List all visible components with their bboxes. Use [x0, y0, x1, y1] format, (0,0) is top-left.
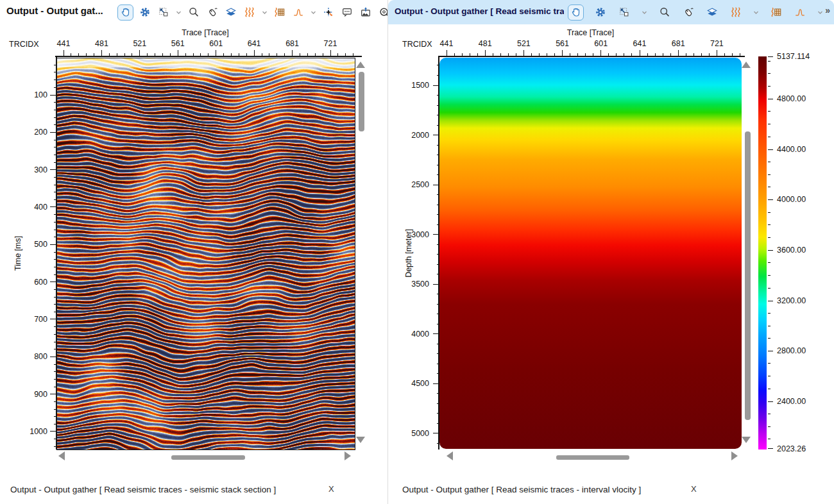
x-tick-label: 601: [587, 38, 615, 49]
x-tick-label: 681: [664, 38, 692, 49]
axis-tick: [50, 244, 56, 245]
axis-tick: [433, 433, 439, 433]
right-tab-close-button[interactable]: X: [691, 484, 697, 494]
select-resize-icon[interactable]: [157, 5, 171, 19]
left-toolbar: Output - Output gat...: [0, 0, 387, 24]
right-vscroll-down-arrow[interactable]: [742, 437, 751, 443]
y-tick-label: 4000: [392, 329, 429, 339]
right-viewer-pane: Output - Output gather [ Read seismic tr…: [388, 0, 834, 504]
axis-tick: [433, 85, 439, 86]
chevron-down-icon[interactable]: [175, 5, 182, 19]
chevron-down-icon[interactable]: [310, 5, 317, 19]
y-tick-label: 200: [10, 127, 47, 137]
pan-hand-icon[interactable]: [568, 4, 584, 21]
left-x-axis-ticks: 441481521561601641681721: [56, 38, 354, 56]
left-x-axis-title: Trace [Trace]: [56, 28, 354, 37]
axis-tick: [768, 224, 770, 225]
x-tick-label: 601: [202, 38, 230, 49]
axis-tick: [768, 111, 770, 112]
axis-tick: [50, 319, 56, 319]
left-toolbar-icons: [117, 3, 421, 21]
y-tick-label: 300: [10, 165, 47, 175]
axis-tick: [50, 95, 56, 96]
crosshair-pick-icon[interactable]: [321, 5, 336, 19]
mouse-tool-icon[interactable]: [205, 5, 219, 19]
axis-tick: [768, 162, 770, 162]
right-x-axis-ticks: 441481521561601641681721: [439, 38, 742, 56]
settings-gear-icon[interactable]: [593, 5, 608, 19]
layers-icon[interactable]: [224, 5, 238, 19]
axis-tick: [768, 61, 770, 62]
left-vscroll-thumb[interactable]: [359, 72, 364, 131]
right-hscroll-right-arrow[interactable]: [731, 451, 738, 460]
left-vscroll-down-arrow[interactable]: [356, 437, 365, 443]
right-vscroll-thumb[interactable]: [745, 131, 751, 420]
zoom-icon[interactable]: [658, 5, 672, 19]
right-tab-bar: Output - Output gather [ Read seismic tr…: [388, 478, 834, 504]
colorbar-tick-label: 2023.26: [777, 444, 815, 454]
y-tick-label: 2000: [392, 130, 429, 140]
axis-tick: [768, 401, 773, 402]
comment-icon[interactable]: [340, 5, 354, 19]
x-tick-label: 441: [432, 38, 461, 49]
axis-tick: [768, 448, 773, 449]
export-image-icon[interactable]: [359, 5, 373, 19]
colorbar-tick-label: 4000.00: [777, 194, 815, 205]
left-tab[interactable]: Output - Output gather [ Read seismic tr…: [10, 485, 276, 494]
toolbar-overflow-chevron[interactable]: »: [825, 5, 830, 15]
left-vscroll-up-arrow[interactable]: [356, 62, 365, 68]
colorbar-tick-label: 2400.00: [777, 396, 815, 407]
seismic-section-image[interactable]: [56, 58, 355, 450]
settings-gear-icon[interactable]: [138, 5, 152, 19]
colorbar-tick-label: 4400.00: [777, 144, 815, 155]
axis-tick: [768, 426, 770, 427]
interval-velocity-image[interactable]: [439, 58, 742, 449]
left-hscroll-right-arrow[interactable]: [345, 451, 351, 460]
layers-icon[interactable]: [705, 5, 719, 19]
colorbar-tick-label: 5137.114: [777, 51, 815, 62]
axis-tick: [768, 199, 773, 200]
wiggle-display-icon[interactable]: [243, 5, 257, 19]
pan-hand-icon[interactable]: [117, 4, 133, 21]
x-tick-label: 561: [549, 38, 577, 49]
histogram-icon[interactable]: [793, 5, 807, 19]
colorbar-ticks: 5137.1144800.004400.004000.003600.003200…: [768, 56, 832, 449]
left-hscroll-thumb[interactable]: [171, 455, 245, 460]
axis-tick: [768, 439, 770, 439]
histogram-icon[interactable]: [291, 5, 305, 19]
right-hscroll-thumb[interactable]: [556, 455, 629, 460]
trace-table-icon[interactable]: [273, 5, 287, 19]
left-y-axis-title: Time [ms]: [13, 236, 22, 271]
x-tick-label: 481: [471, 38, 499, 49]
left-hscroll-left-arrow[interactable]: [58, 451, 65, 460]
axis-tick: [768, 326, 770, 326]
y-tick-label: 4500: [392, 378, 429, 389]
right-tab[interactable]: Output - Output gather [ Read seismic tr…: [402, 485, 641, 494]
y-tick-label: 5000: [392, 428, 429, 439]
x-tick-label: 641: [240, 38, 268, 49]
axis-tick: [433, 333, 439, 334]
axis-tick: [768, 313, 770, 314]
chevron-down-icon[interactable]: [753, 5, 760, 19]
y-tick-label: 800: [10, 351, 47, 362]
right-y-axis-title: Depth [meter]: [404, 229, 413, 278]
mouse-tool-icon[interactable]: [681, 5, 695, 19]
left-tab-close-button[interactable]: X: [328, 484, 334, 494]
wiggle-display-icon[interactable]: [729, 5, 743, 19]
select-resize-icon[interactable]: [617, 5, 631, 19]
axis-tick: [768, 363, 770, 364]
y-tick-label: 600: [10, 277, 47, 287]
right-vscroll-up-arrow[interactable]: [742, 62, 751, 68]
chevron-down-icon[interactable]: [817, 5, 824, 19]
trace-table-icon[interactable]: [769, 5, 783, 19]
chevron-down-icon[interactable]: [641, 5, 648, 19]
right-window-title: Output - Output gather [ Read seismic tr…: [395, 6, 564, 16]
x-tick-label: 641: [626, 38, 654, 49]
right-y-axis-ticks: 15002000250030003500400045005000: [388, 58, 439, 449]
axis-tick: [768, 212, 770, 213]
zoom-icon[interactable]: [187, 5, 201, 19]
right-hscroll-left-arrow[interactable]: [447, 451, 453, 460]
right-toolbar-icons: [568, 3, 834, 21]
x-tick-label: 561: [164, 38, 192, 49]
chevron-down-icon[interactable]: [261, 5, 268, 19]
